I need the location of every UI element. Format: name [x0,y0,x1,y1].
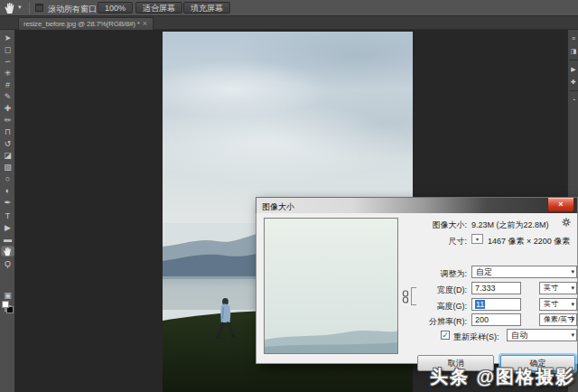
watermark-text: 头条 @图格摄影 [430,365,575,389]
resample-checkbox[interactable]: ✓ [441,331,450,340]
image-size-value: 9.23M (之前为22.8M) [471,219,549,231]
blur-tool-icon[interactable]: ○ [0,173,15,184]
options-bar: ▾ 滚动所有窗口 100% 适合屏幕 填充屏幕 [0,0,578,16]
photo-person [212,296,239,346]
chevron-down-icon: ▾ [571,330,574,341]
dock-panel-icon[interactable]: ✚ [568,77,578,87]
dock-panel-icon[interactable]: ◔ [568,95,578,105]
width-value: 7.333 [475,284,496,293]
width-unit-value: 英寸 [544,284,558,292]
type-tool-icon[interactable]: T [0,210,15,221]
fit-screen-button[interactable]: 适合屏幕 [135,2,182,14]
height-unit-dropdown[interactable]: 英寸 ▾ [539,298,577,311]
resolution-label: 分辨率(R): [396,316,467,328]
toolbox: ➤ ◻ ∽ ✳ # ✎ ✚ ✏ ⊓ ↺ ◪ ▧ ○ ◐ ✒ T ▶ ▬ Ϙ ▣ … [0,30,15,392]
eyedropper-tool-icon[interactable]: ✎ [0,91,15,102]
clone-stamp-tool-icon[interactable]: ⊓ [0,126,15,137]
chevron-down-icon: ▾ [571,299,574,310]
dialog-title: 图像大小 [262,201,294,213]
image-preview[interactable] [264,218,398,354]
height-input[interactable]: 11 [471,298,521,311]
pen-tool-icon[interactable]: ✒ [0,197,15,208]
gear-icon[interactable] [562,218,571,227]
divider [569,60,578,61]
image-size-label: 图像大小: [396,219,467,231]
photoshop-window: ▾ 滚动所有窗口 100% 适合屏幕 填充屏幕 resize_before.jp… [0,0,578,392]
healing-brush-tool-icon[interactable]: ✚ [0,103,15,114]
height-value: 11 [475,300,485,309]
history-brush-tool-icon[interactable]: ↺ [0,138,15,149]
document-tab-title: resize_before.jpg @ 28.7%(RGB/8#) * [23,20,140,28]
hand-tool-icon[interactable] [4,2,16,14]
dimensions-label: 尺寸: [396,236,467,247]
zoom-100-button[interactable]: 100% [98,2,133,14]
divider [569,90,578,91]
document-tab-bar: resize_before.jpg @ 28.7%(RGB/8#) *× [0,16,578,30]
dock-panel-icon[interactable]: ≡ [568,33,578,43]
resolution-unit-value: 像素/英寸 [544,315,574,323]
lasso-tool-icon[interactable]: ∽ [0,56,15,67]
shape-tool-icon[interactable]: ▬ [0,234,15,245]
resolution-input[interactable]: 200 [471,313,521,326]
tab-close-icon[interactable]: × [143,19,147,28]
chevron-down-icon: ▾ [571,314,574,325]
height-label: 高度(G): [396,301,467,313]
resample-value: 自动 [511,331,527,340]
fit-to-label: 调整为: [396,268,467,280]
dock-panel-icon[interactable]: ▶ [568,64,578,74]
width-input[interactable]: 7.333 [471,282,521,294]
dodge-tool-icon[interactable]: ◐ [0,185,15,196]
magic-wand-tool-icon[interactable]: ✳ [0,68,15,79]
dimensions-unit-dropdown[interactable]: ▾ [471,234,483,244]
quick-mask-icon[interactable]: ▣ [0,290,15,301]
height-unit-value: 英寸 [544,300,558,308]
tool-preset-caret-icon[interactable]: ▾ [18,4,22,11]
resolution-value: 200 [475,315,489,324]
crop-tool-icon[interactable]: # [0,79,15,90]
photo-sky [163,32,413,223]
move-tool-icon[interactable]: ➤ [0,33,15,43]
chevron-down-icon: ▾ [571,283,574,294]
divider [29,2,30,14]
image-size-dialog: 图像大小 × 图像大小: 9.23M (之前为22.8M) 尺寸: ▾ 1467… [256,197,578,364]
dock-panel-icon[interactable]: ◨ [568,46,578,56]
dialog-titlebar[interactable]: 图像大小 × [256,197,578,213]
fit-to-value: 自定 [476,267,492,276]
dialog-close-button[interactable]: × [547,198,574,212]
foreground-color-swatch[interactable] [2,301,9,308]
marquee-tool-icon[interactable]: ◻ [0,44,15,55]
hand-tool-icon[interactable] [1,246,14,257]
preview-mountains [265,313,398,353]
dimensions-value: 1467 像素 × 2200 像素 [488,236,570,247]
width-unit-dropdown[interactable]: 英寸 ▾ [539,282,577,294]
scroll-all-windows-checkbox[interactable] [35,4,43,12]
fill-screen-button[interactable]: 填充屏幕 [183,2,230,14]
width-label: 宽度(D): [396,285,467,296]
scroll-all-windows-label: 滚动所有窗口 [48,4,97,15]
resample-label: 重新采样(S): [453,331,499,343]
eraser-tool-icon[interactable]: ◪ [0,150,15,161]
document-tab[interactable]: resize_before.jpg @ 28.7%(RGB/8#) *× [18,17,154,30]
fit-to-dropdown[interactable]: 自定 ▾ [471,266,577,278]
path-select-tool-icon[interactable]: ▶ [0,222,15,233]
brush-tool-icon[interactable]: ✏ [0,115,15,126]
gradient-tool-icon[interactable]: ▧ [0,162,15,173]
zoom-tool-icon[interactable]: Ϙ [0,258,15,269]
chevron-down-icon: ▾ [571,266,574,277]
resolution-unit-dropdown[interactable]: 像素/英寸 ▾ [539,313,577,326]
resample-dropdown[interactable]: 自动 ▾ [507,329,577,341]
dialog-body: 图像大小: 9.23M (之前为22.8M) 尺寸: ▾ 1467 像素 × 2… [256,213,578,364]
